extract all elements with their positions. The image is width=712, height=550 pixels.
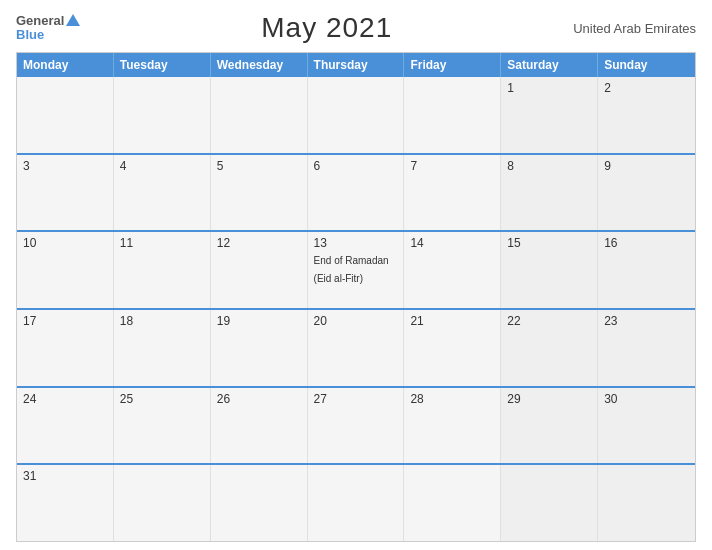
col-sunday: Sunday — [598, 53, 695, 77]
cell-w3-wed: 12 — [211, 232, 308, 308]
logo-blue-text: Blue — [16, 28, 80, 42]
cell-w6-sun — [598, 465, 695, 541]
week-3: 10 11 12 13 End of Ramadan(Eid al-Fitr) … — [17, 230, 695, 308]
cell-w2-mon: 3 — [17, 155, 114, 231]
cell-w5-fri: 28 — [404, 388, 501, 464]
cell-w3-thu: 13 End of Ramadan(Eid al-Fitr) — [308, 232, 405, 308]
day-29: 29 — [507, 392, 591, 406]
cell-w6-fri — [404, 465, 501, 541]
cell-w1-thu — [308, 77, 405, 153]
day-19: 19 — [217, 314, 301, 328]
day-31: 31 — [23, 469, 107, 483]
day-23: 23 — [604, 314, 689, 328]
week-1: 1 2 — [17, 77, 695, 153]
day-25: 25 — [120, 392, 204, 406]
logo: General Blue — [16, 14, 80, 43]
day-8: 8 — [507, 159, 591, 173]
cell-w4-sun: 23 — [598, 310, 695, 386]
cell-w6-mon: 31 — [17, 465, 114, 541]
cell-w1-mon — [17, 77, 114, 153]
cell-w6-thu — [308, 465, 405, 541]
cell-w2-fri: 7 — [404, 155, 501, 231]
cell-w5-sun: 30 — [598, 388, 695, 464]
col-friday: Friday — [404, 53, 501, 77]
day-7: 7 — [410, 159, 494, 173]
cell-w3-mon: 10 — [17, 232, 114, 308]
cell-w2-tue: 4 — [114, 155, 211, 231]
cell-w1-sat: 1 — [501, 77, 598, 153]
cell-w4-mon: 17 — [17, 310, 114, 386]
cell-w2-sat: 8 — [501, 155, 598, 231]
day-5: 5 — [217, 159, 301, 173]
event-eid: End of Ramadan(Eid al-Fitr) — [314, 255, 389, 284]
cell-w5-mon: 24 — [17, 388, 114, 464]
day-15: 15 — [507, 236, 591, 250]
cell-w4-wed: 19 — [211, 310, 308, 386]
calendar-page: General Blue May 2021 United Arab Emirat… — [0, 0, 712, 550]
col-thursday: Thursday — [308, 53, 405, 77]
week-2: 3 4 5 6 7 8 9 — [17, 153, 695, 231]
cell-w4-tue: 18 — [114, 310, 211, 386]
cell-w6-wed — [211, 465, 308, 541]
day-9: 9 — [604, 159, 689, 173]
cell-w2-wed: 5 — [211, 155, 308, 231]
week-6: 31 — [17, 463, 695, 541]
day-26: 26 — [217, 392, 301, 406]
day-20: 20 — [314, 314, 398, 328]
cell-w1-sun: 2 — [598, 77, 695, 153]
cell-w4-thu: 20 — [308, 310, 405, 386]
col-monday: Monday — [17, 53, 114, 77]
day-18: 18 — [120, 314, 204, 328]
day-28: 28 — [410, 392, 494, 406]
logo-triangle-icon — [66, 14, 80, 26]
week-4: 17 18 19 20 21 22 23 — [17, 308, 695, 386]
cell-w2-thu: 6 — [308, 155, 405, 231]
day-14: 14 — [410, 236, 494, 250]
cell-w6-sat — [501, 465, 598, 541]
day-10: 10 — [23, 236, 107, 250]
cell-w4-sat: 22 — [501, 310, 598, 386]
day-21: 21 — [410, 314, 494, 328]
day-2: 2 — [604, 81, 689, 95]
calendar-title: May 2021 — [261, 12, 392, 44]
cell-w6-tue — [114, 465, 211, 541]
cell-w1-wed — [211, 77, 308, 153]
calendar-header-row: Monday Tuesday Wednesday Thursday Friday… — [17, 53, 695, 77]
col-saturday: Saturday — [501, 53, 598, 77]
day-4: 4 — [120, 159, 204, 173]
cell-w3-tue: 11 — [114, 232, 211, 308]
day-24: 24 — [23, 392, 107, 406]
country-label: United Arab Emirates — [573, 21, 696, 36]
col-wednesday: Wednesday — [211, 53, 308, 77]
calendar-header: General Blue May 2021 United Arab Emirat… — [16, 12, 696, 44]
day-3: 3 — [23, 159, 107, 173]
logo-general-text: General — [16, 14, 80, 28]
day-27: 27 — [314, 392, 398, 406]
cell-w2-sun: 9 — [598, 155, 695, 231]
day-6: 6 — [314, 159, 398, 173]
cell-w5-tue: 25 — [114, 388, 211, 464]
cell-w1-fri — [404, 77, 501, 153]
cell-w5-sat: 29 — [501, 388, 598, 464]
cell-w3-fri: 14 — [404, 232, 501, 308]
col-tuesday: Tuesday — [114, 53, 211, 77]
cell-w3-sat: 15 — [501, 232, 598, 308]
day-22: 22 — [507, 314, 591, 328]
cell-w5-wed: 26 — [211, 388, 308, 464]
cell-w1-tue — [114, 77, 211, 153]
calendar-body: 1 2 3 4 5 6 7 8 9 10 11 12 13 End of Ra — [17, 77, 695, 541]
day-1: 1 — [507, 81, 591, 95]
cell-w4-fri: 21 — [404, 310, 501, 386]
calendar-grid: Monday Tuesday Wednesday Thursday Friday… — [16, 52, 696, 542]
day-16: 16 — [604, 236, 689, 250]
day-12: 12 — [217, 236, 301, 250]
day-11: 11 — [120, 236, 204, 250]
cell-w3-sun: 16 — [598, 232, 695, 308]
day-30: 30 — [604, 392, 689, 406]
week-5: 24 25 26 27 28 29 30 — [17, 386, 695, 464]
day-17: 17 — [23, 314, 107, 328]
day-13: 13 — [314, 236, 398, 250]
cell-w5-thu: 27 — [308, 388, 405, 464]
